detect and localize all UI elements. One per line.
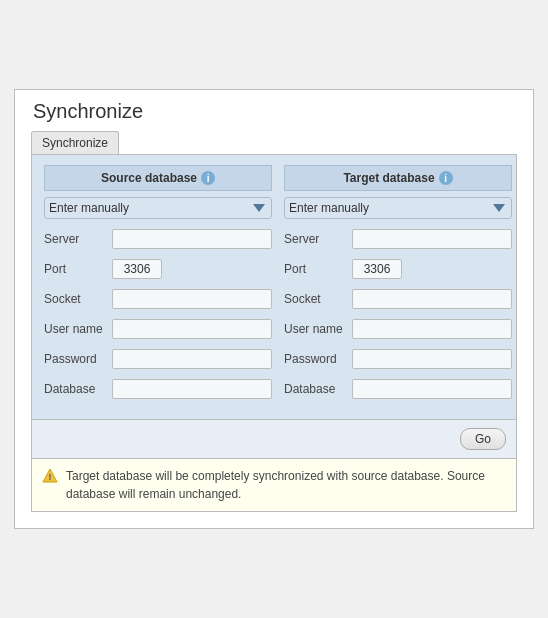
source-column: Source database i Enter manually Server … bbox=[44, 165, 272, 407]
target-database-select[interactable]: Enter manually bbox=[284, 197, 512, 219]
target-database-input[interactable] bbox=[352, 379, 512, 399]
source-port-input[interactable] bbox=[112, 259, 162, 279]
source-header: Source database i bbox=[44, 165, 272, 191]
target-header: Target database i bbox=[284, 165, 512, 191]
source-database-select[interactable]: Enter manually bbox=[44, 197, 272, 219]
source-socket-label: Socket bbox=[44, 292, 112, 306]
target-header-label: Target database bbox=[343, 171, 434, 185]
target-username-label: User name bbox=[284, 322, 352, 336]
source-socket-row: Socket bbox=[44, 287, 272, 311]
tab-synchronize[interactable]: Synchronize bbox=[31, 131, 119, 154]
target-socket-input[interactable] bbox=[352, 289, 512, 309]
target-server-input[interactable] bbox=[352, 229, 512, 249]
target-column: Target database i Enter manually Server … bbox=[284, 165, 512, 407]
source-database-row: Database bbox=[44, 377, 272, 401]
source-username-label: User name bbox=[44, 322, 112, 336]
target-socket-row: Socket bbox=[284, 287, 512, 311]
bottom-bar: Go bbox=[31, 420, 517, 459]
target-password-label: Password bbox=[284, 352, 352, 366]
target-socket-label: Socket bbox=[284, 292, 352, 306]
target-port-input[interactable] bbox=[352, 259, 402, 279]
go-button[interactable]: Go bbox=[460, 428, 506, 450]
source-username-row: User name bbox=[44, 317, 272, 341]
source-password-input[interactable] bbox=[112, 349, 272, 369]
source-server-row: Server bbox=[44, 227, 272, 251]
target-dropdown-row: Enter manually bbox=[284, 197, 512, 219]
source-socket-input[interactable] bbox=[112, 289, 272, 309]
source-dropdown-row: Enter manually bbox=[44, 197, 272, 219]
source-username-input[interactable] bbox=[112, 319, 272, 339]
notice-text: Target database will be completely synch… bbox=[66, 467, 506, 503]
source-database-input[interactable] bbox=[112, 379, 272, 399]
source-server-input[interactable] bbox=[112, 229, 272, 249]
target-database-label: Database bbox=[284, 382, 352, 396]
source-port-row: Port bbox=[44, 257, 272, 281]
target-server-label: Server bbox=[284, 232, 352, 246]
target-server-row: Server bbox=[284, 227, 512, 251]
page-title: Synchronize bbox=[31, 100, 517, 123]
target-password-input[interactable] bbox=[352, 349, 512, 369]
source-password-row: Password bbox=[44, 347, 272, 371]
columns-container: Source database i Enter manually Server … bbox=[44, 165, 504, 407]
source-port-label: Port bbox=[44, 262, 112, 276]
target-username-input[interactable] bbox=[352, 319, 512, 339]
warning-icon: ! bbox=[42, 468, 58, 489]
target-port-row: Port bbox=[284, 257, 512, 281]
target-username-row: User name bbox=[284, 317, 512, 341]
target-password-row: Password bbox=[284, 347, 512, 371]
target-port-label: Port bbox=[284, 262, 352, 276]
source-database-label: Database bbox=[44, 382, 112, 396]
main-content: Source database i Enter manually Server … bbox=[31, 154, 517, 420]
notice-bar: ! Target database will be completely syn… bbox=[31, 459, 517, 512]
synchronize-window: Synchronize Synchronize Source database … bbox=[14, 89, 534, 529]
target-database-row: Database bbox=[284, 377, 512, 401]
source-password-label: Password bbox=[44, 352, 112, 366]
source-info-icon[interactable]: i bbox=[201, 171, 215, 185]
svg-text:!: ! bbox=[49, 472, 52, 482]
target-info-icon[interactable]: i bbox=[439, 171, 453, 185]
source-server-label: Server bbox=[44, 232, 112, 246]
source-header-label: Source database bbox=[101, 171, 197, 185]
